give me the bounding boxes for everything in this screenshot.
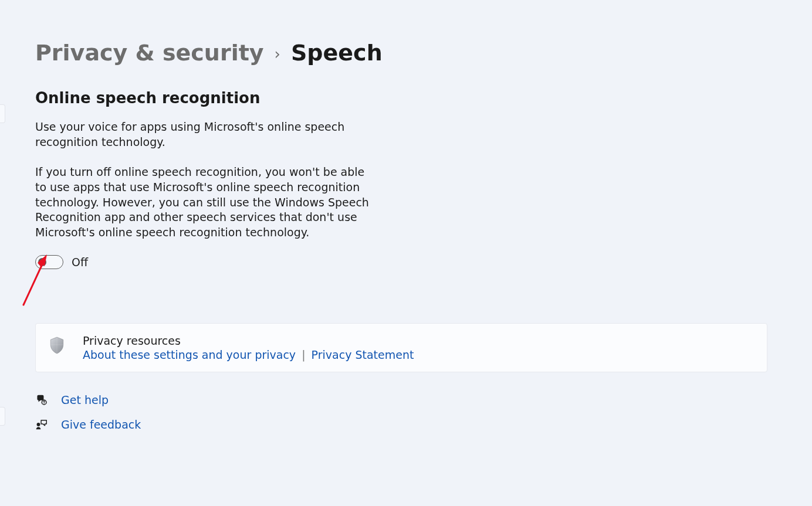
- privacy-resources-body: Privacy resources About these settings a…: [83, 334, 754, 361]
- toggle-thumb: [38, 258, 46, 266]
- shield-icon: [49, 337, 65, 354]
- give-feedback-link[interactable]: Give feedback: [61, 418, 141, 431]
- svg-point-1: [43, 403, 44, 404]
- chevron-right-icon: ›: [275, 45, 280, 63]
- privacy-resources-title: Privacy resources: [83, 334, 754, 347]
- privacy-statement-link[interactable]: Privacy Statement: [312, 348, 414, 361]
- section-description-2: If you turn off online speech recognitio…: [35, 165, 370, 240]
- breadcrumb-current: Speech: [291, 40, 383, 66]
- breadcrumb-parent-link[interactable]: Privacy & security: [35, 40, 264, 66]
- about-settings-link[interactable]: About these settings and your privacy: [83, 348, 296, 361]
- online-speech-toggle-row: Off: [35, 255, 777, 269]
- footer-links: Get help Give feedback: [35, 393, 777, 431]
- give-feedback-row: Give feedback: [35, 418, 777, 431]
- svg-point-2: [37, 423, 40, 427]
- toggle-state-label: Off: [72, 256, 88, 269]
- get-help-link[interactable]: Get help: [61, 393, 109, 406]
- feedback-icon: [35, 418, 48, 431]
- section-title: Online speech recognition: [35, 89, 777, 107]
- link-separator: |: [302, 348, 305, 361]
- get-help-row: Get help: [35, 393, 777, 406]
- online-speech-toggle[interactable]: [35, 255, 63, 269]
- help-icon: [35, 393, 48, 406]
- settings-speech-page: Privacy & security › Speech Online speec…: [0, 0, 812, 506]
- privacy-resources-links: About these settings and your privacy | …: [83, 348, 754, 361]
- breadcrumb: Privacy & security › Speech: [35, 40, 777, 66]
- privacy-resources-card: Privacy resources About these settings a…: [35, 323, 767, 372]
- section-description-1: Use your voice for apps using Microsoft'…: [35, 120, 370, 150]
